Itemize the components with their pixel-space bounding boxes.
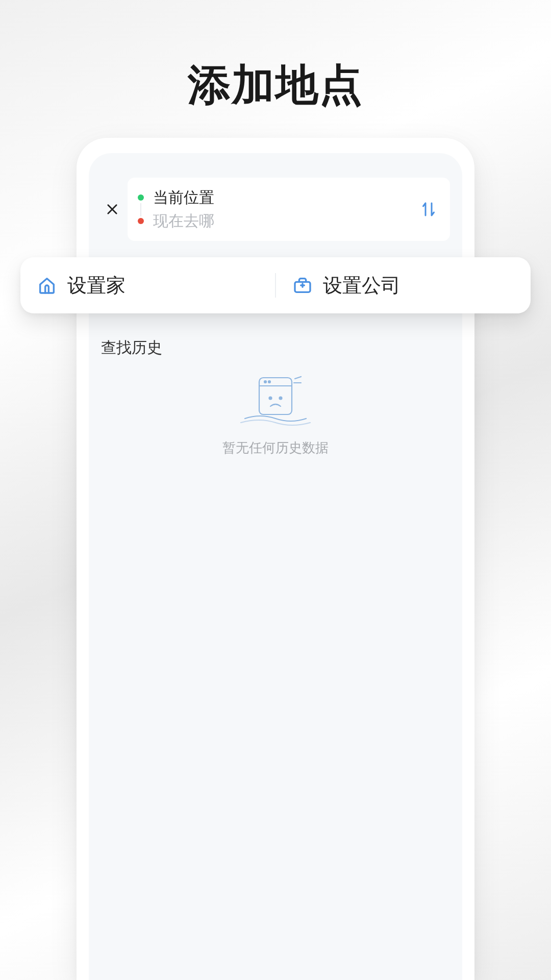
- origin-field[interactable]: 当前位置: [138, 186, 417, 209]
- svg-line-13: [295, 377, 301, 379]
- history-section: 查找历史: [101, 337, 450, 457]
- swap-icon: [419, 200, 438, 218]
- set-company-button[interactable]: 设置公司: [276, 273, 531, 299]
- page-title: 添加地点: [0, 56, 551, 114]
- route-fields: 当前位置 现在去哪: [138, 186, 417, 233]
- quickset-card: 设置家 设置公司: [20, 257, 531, 313]
- route-card: 当前位置 现在去哪: [101, 178, 450, 241]
- svg-point-12: [280, 397, 282, 400]
- destination-dot-icon: [138, 218, 144, 224]
- destination-placeholder: 现在去哪: [153, 211, 214, 232]
- svg-point-10: [268, 381, 270, 383]
- origin-label: 当前位置: [153, 187, 214, 208]
- svg-point-9: [264, 381, 266, 383]
- origin-dot-icon: [138, 194, 144, 201]
- route-inputs: 当前位置 现在去哪: [128, 178, 450, 241]
- svg-point-11: [269, 397, 272, 400]
- history-title: 查找历史: [101, 337, 450, 358]
- close-icon: [105, 202, 119, 216]
- empty-icon: [235, 374, 316, 430]
- swap-button[interactable]: [417, 198, 440, 220]
- set-company-label: 设置公司: [323, 273, 400, 299]
- set-home-button[interactable]: 设置家: [20, 273, 275, 299]
- empty-text: 暂无任何历史数据: [222, 439, 329, 457]
- home-icon: [36, 274, 58, 297]
- set-home-label: 设置家: [67, 273, 126, 299]
- briefcase-icon: [291, 274, 314, 297]
- destination-field[interactable]: 现在去哪: [138, 209, 417, 233]
- svg-rect-7: [259, 378, 292, 414]
- empty-state: 暂无任何历史数据: [101, 374, 450, 457]
- close-button[interactable]: [101, 198, 123, 220]
